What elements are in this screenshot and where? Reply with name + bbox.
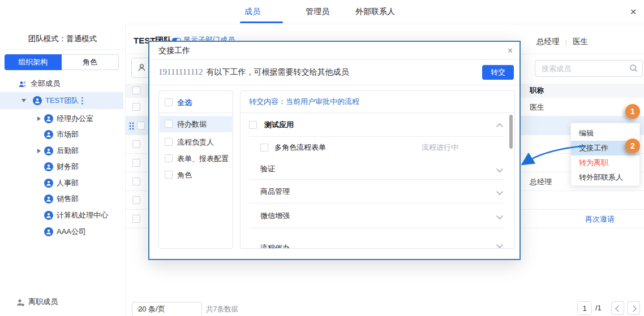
category-process-owner[interactable]: 流程负责人 bbox=[160, 134, 232, 150]
select-all-checkbox[interactable] bbox=[165, 98, 173, 106]
row-checkbox[interactable] bbox=[132, 215, 140, 223]
org-structure-button[interactable]: 组织架构 bbox=[5, 54, 62, 70]
page-number-input-box bbox=[577, 301, 592, 315]
divider bbox=[159, 112, 233, 113]
step-badge-2: 2 bbox=[625, 138, 640, 153]
tree-item-label: 市场部 bbox=[57, 127, 79, 142]
sub-form-checkbox[interactable] bbox=[260, 144, 268, 151]
sidebar: 团队模式：普通模式 组织架构 角色 全部成员 TEST团队 ⋮ bbox=[0, 24, 126, 316]
tree-item-test-team[interactable]: TEST团队 ⋮ bbox=[0, 92, 123, 109]
row-checkbox[interactable] bbox=[132, 159, 140, 167]
group-row[interactable]: 验证 bbox=[241, 159, 514, 179]
tree-item-label: 经理办公室 bbox=[57, 111, 93, 127]
tree-item-label: AAA公司 bbox=[57, 224, 86, 240]
chevron-down-icon[interactable] bbox=[496, 213, 503, 219]
close-icon[interactable]: × bbox=[626, 5, 641, 19]
org-avatar-icon bbox=[44, 227, 53, 236]
page-total-label: /1 bbox=[595, 304, 602, 312]
select-all-checkbox[interactable] bbox=[132, 86, 140, 94]
chevron-down-icon[interactable] bbox=[496, 241, 503, 248]
invite-again-link[interactable]: 再次邀请 bbox=[585, 210, 615, 228]
category-form-report-config[interactable]: 表单、报表配置 bbox=[160, 150, 232, 167]
subtitle-text: 有以下工作，可根据需要转交给其他成员 bbox=[207, 67, 349, 76]
tree-item-label: 全部成员 bbox=[31, 76, 60, 92]
tab-admins[interactable]: 管理员 bbox=[306, 7, 329, 17]
select-all-row[interactable]: 全选 bbox=[160, 94, 232, 111]
category-checkbox[interactable] bbox=[165, 154, 173, 162]
tree-item-dept[interactable]: 经理办公室 bbox=[0, 111, 123, 127]
sub-form-status: 流程进行中 bbox=[422, 139, 458, 156]
tree-item-dept[interactable]: AAA公司 bbox=[0, 224, 123, 240]
category-role[interactable]: 角色 bbox=[160, 167, 232, 183]
tree-item-dept[interactable]: 后勤部 bbox=[0, 143, 123, 159]
category-label: 流程负责人 bbox=[177, 134, 214, 150]
group-row[interactable]: 流程催办 bbox=[241, 233, 514, 249]
search-input[interactable] bbox=[540, 62, 628, 75]
category-checkbox[interactable] bbox=[165, 138, 173, 146]
tree-item-dept[interactable]: 销售部 bbox=[0, 191, 123, 207]
divider bbox=[0, 49, 125, 50]
tree-item-dept[interactable]: 人事部 bbox=[0, 175, 123, 191]
org-avatar-icon bbox=[44, 114, 53, 123]
column-header-title: 职称 bbox=[530, 84, 544, 98]
handover-work-modal: 交接工作 × 19111111112有以下工作，可根据需要转交给其他成员 转交 … bbox=[148, 41, 521, 260]
category-todo-data[interactable]: 待办数据 bbox=[160, 116, 232, 132]
tree-item-dept[interactable]: 财务部 bbox=[0, 159, 123, 175]
row-checkbox[interactable] bbox=[132, 103, 140, 111]
drag-handle-icon[interactable] bbox=[128, 122, 135, 131]
category-checkbox[interactable] bbox=[165, 120, 173, 128]
tab-external-contacts[interactable]: 外部联系人 bbox=[355, 7, 395, 17]
next-page-button[interactable] bbox=[627, 301, 640, 315]
search-icon[interactable] bbox=[629, 64, 638, 72]
chevron-down-icon[interactable] bbox=[496, 166, 503, 172]
tree-item-label: TEST团队 bbox=[45, 92, 79, 109]
page-number-input[interactable] bbox=[578, 302, 591, 314]
view-toggle: 组织架构 角色 bbox=[5, 54, 119, 70]
divider bbox=[241, 112, 514, 113]
org-avatar-icon bbox=[44, 211, 53, 220]
row-checkbox[interactable] bbox=[137, 122, 145, 129]
prev-page-button[interactable] bbox=[611, 301, 624, 315]
role-tag-general-manager[interactable]: 总经理 bbox=[536, 37, 560, 47]
chevron-down-icon[interactable] bbox=[496, 188, 503, 194]
divider bbox=[249, 179, 504, 180]
divider: | bbox=[565, 38, 568, 46]
transfer-button[interactable]: 转交 bbox=[482, 65, 514, 80]
app-name: 测试应用 bbox=[264, 116, 294, 133]
role-tag-doctor[interactable]: 医生 bbox=[573, 37, 588, 47]
group-name: 流程催办 bbox=[260, 233, 290, 249]
more-options-icon[interactable]: ⋮ bbox=[78, 92, 87, 109]
caret-right-icon[interactable] bbox=[37, 149, 41, 153]
page-size-select[interactable]: 20 条/页 bbox=[132, 302, 202, 316]
resigned-members-link[interactable]: 离职成员 bbox=[0, 294, 123, 310]
tab-members[interactable]: 成员 bbox=[244, 7, 260, 17]
category-checkbox[interactable] bbox=[165, 171, 173, 179]
sub-form-row[interactable]: 多角色流程表单 流程进行中 bbox=[241, 139, 514, 156]
app-checkbox[interactable] bbox=[249, 121, 257, 129]
row-checkbox[interactable] bbox=[132, 178, 140, 185]
sub-form-name: 多角色流程表单 bbox=[274, 139, 326, 156]
tree-item-dept[interactable]: 市场部 bbox=[0, 127, 123, 142]
category-label: 角色 bbox=[177, 167, 192, 183]
roles-button[interactable]: 角色 bbox=[62, 54, 119, 70]
category-label: 表单、报表配置 bbox=[177, 150, 229, 167]
tree-item-all-members[interactable]: 全部成员 bbox=[0, 76, 123, 92]
divider bbox=[249, 136, 504, 137]
active-tab-underline bbox=[240, 21, 283, 23]
tree-item-dept[interactable]: 计算机处理中心 bbox=[0, 207, 123, 223]
chevron-up-icon[interactable] bbox=[496, 123, 503, 129]
group-row[interactable]: 微信增强 bbox=[241, 204, 514, 228]
group-row[interactable]: 商品管理 bbox=[241, 180, 514, 203]
resigned-person-icon bbox=[16, 298, 25, 307]
row-checkbox[interactable] bbox=[132, 140, 140, 148]
cell-title: 总经理 bbox=[530, 172, 552, 191]
resigned-members-label: 离职成员 bbox=[28, 294, 58, 310]
caret-down-icon[interactable] bbox=[22, 99, 26, 102]
caret-right-icon[interactable] bbox=[37, 116, 41, 121]
group-name: 验证 bbox=[260, 159, 275, 179]
row-checkbox[interactable] bbox=[132, 196, 140, 204]
app-row[interactable]: 测试应用 bbox=[241, 116, 514, 133]
role-tags: 总经理 | 医生 bbox=[536, 37, 588, 47]
modal-close-icon[interactable]: × bbox=[508, 42, 513, 59]
modal-subtitle: 19111111112有以下工作，可根据需要转交给其他成员 bbox=[158, 59, 349, 85]
